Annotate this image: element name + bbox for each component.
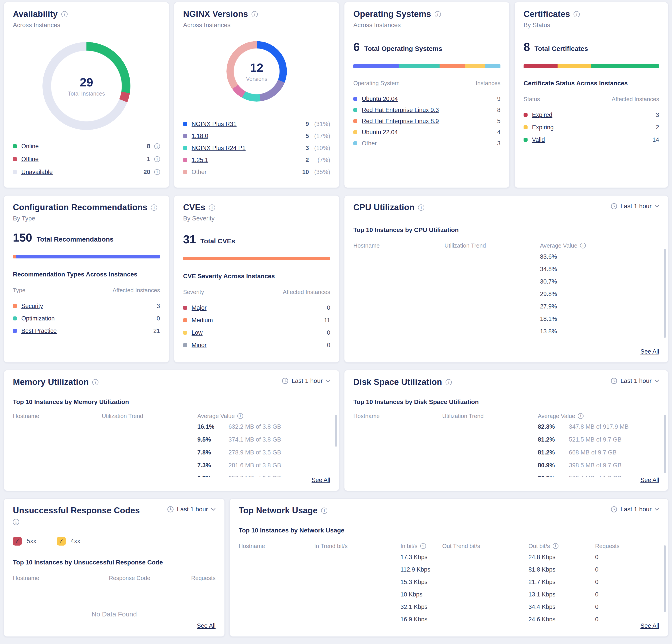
item-link[interactable]: Expired <box>532 111 552 118</box>
info-icon[interactable]: i <box>435 11 441 17</box>
time-range-dropdown[interactable]: Last 1 hour <box>282 377 330 384</box>
see-all-link[interactable]: See All <box>640 477 659 484</box>
average-size: 278.9 MB of 3.5 GB <box>228 449 330 456</box>
time-range-dropdown[interactable]: Last 1 hour <box>611 506 659 513</box>
item-link[interactable]: Red Hat Enterprise Linux 9.3 <box>362 107 439 114</box>
item-link[interactable]: Ubuntu 22.04 <box>362 129 398 136</box>
item-link[interactable]: Other <box>362 140 377 147</box>
total-value: 150 <box>13 231 32 244</box>
table-row: 80.5% 588.4 MB of 1.3 GB <box>353 472 659 477</box>
item-link[interactable]: Medium <box>192 317 213 324</box>
cpu-scrollbar[interactable] <box>664 249 666 338</box>
legend-link[interactable]: NGINX Plus R24 P1 <box>192 145 245 152</box>
legend-link[interactable]: Other <box>192 169 207 176</box>
info-icon[interactable]: i <box>420 543 426 549</box>
cve-section-title: CVE Severity Across Instances <box>183 273 330 280</box>
see-all-link[interactable]: See All <box>640 622 659 629</box>
item-swatch <box>13 329 17 333</box>
info-icon[interactable]: i <box>321 508 327 514</box>
header-average-value: Average Value <box>538 413 575 419</box>
memory-scrollbar[interactable] <box>335 415 337 447</box>
average-size: 632.2 MB of 3.8 GB <box>228 424 330 430</box>
total-label: Total Operating Systems <box>364 45 442 52</box>
item-link[interactable]: Security <box>21 303 43 310</box>
time-range-dropdown[interactable]: Last 1 hour <box>611 377 659 384</box>
see-all-link[interactable]: See All <box>197 622 216 629</box>
legend-swatch <box>183 170 187 174</box>
legend-link[interactable]: Offline <box>21 156 39 163</box>
see-all-link[interactable]: See All <box>312 477 330 484</box>
info-icon[interactable]: i <box>209 204 215 211</box>
see-all-link[interactable]: See All <box>640 348 659 355</box>
in-value: 32.1 Kbps <box>381 604 442 610</box>
memory-table-header: Hostname Utilization Trend Average Value… <box>13 412 330 420</box>
table-row: 81.2% 521.5 MB of 9.7 GB <box>353 433 659 446</box>
info-icon[interactable]: i <box>578 413 584 419</box>
checkbox[interactable]: ✓ <box>13 537 22 546</box>
info-icon[interactable]: i <box>237 413 243 419</box>
info-icon[interactable]: i <box>574 11 580 17</box>
header-out-trend: Out Trend bit/s <box>442 542 509 550</box>
out-value: 24.6 Kbps <box>509 616 570 621</box>
legend-percent: (31%) <box>309 121 330 128</box>
checkbox[interactable]: ✓ <box>57 537 66 546</box>
clock-icon <box>167 506 174 513</box>
list-item: Minor 0 <box>183 342 330 348</box>
info-icon[interactable]: i <box>61 11 68 17</box>
legend-percent: (35%) <box>309 169 330 176</box>
legend-link[interactable]: 1.25.1 <box>192 157 208 164</box>
item-link[interactable]: Red Hat Enterprise Linux 8.9 <box>362 118 439 125</box>
info-icon[interactable]: i <box>154 143 160 149</box>
item-link[interactable]: Minor <box>192 342 207 349</box>
average-value: 83.6% <box>540 253 659 260</box>
network-scrollbar[interactable] <box>664 545 666 612</box>
item-link[interactable]: Expiring <box>532 124 554 131</box>
cve-total: 31 Total CVEs <box>183 232 330 246</box>
bar-segment <box>399 64 440 68</box>
response-code-filter[interactable]: ✓ 5xx <box>13 537 36 546</box>
time-range-dropdown[interactable]: Last 1 hour <box>167 506 216 513</box>
info-icon[interactable]: i <box>13 519 19 525</box>
info-icon[interactable]: i <box>580 243 586 249</box>
item-link[interactable]: Optimization <box>21 315 55 322</box>
rec-columns-header: Type Affected Instances <box>13 287 160 294</box>
info-icon[interactable]: i <box>154 169 160 175</box>
info-icon[interactable]: i <box>154 156 160 162</box>
info-icon[interactable]: i <box>92 379 98 385</box>
time-range-dropdown[interactable]: Last 1 hour <box>611 203 659 210</box>
item-link[interactable]: Ubuntu 20.04 <box>362 96 398 103</box>
card-title: Memory Utilization <box>13 377 89 387</box>
legend-link[interactable]: Unavailable <box>21 169 53 176</box>
item-link[interactable]: Best Practice <box>21 327 57 334</box>
item-link[interactable]: Valid <box>532 136 545 143</box>
item-link[interactable]: Low <box>192 329 203 336</box>
info-icon[interactable]: i <box>553 543 559 549</box>
card-title: Disk Space Utilization <box>353 377 442 387</box>
legend-item: Unavailable 20 i <box>13 168 160 176</box>
info-icon[interactable]: i <box>446 379 452 385</box>
column-value: Affected Instances <box>113 287 160 294</box>
legend-link[interactable]: 1.18.0 <box>192 133 208 140</box>
legend-swatch <box>13 170 17 174</box>
info-icon[interactable]: i <box>151 204 157 211</box>
info-icon[interactable]: i <box>418 204 424 211</box>
list-item: Best Practice 21 <box>13 327 160 334</box>
table-row: 18.1% <box>353 313 659 325</box>
legend-item: Online 8 i <box>13 142 160 150</box>
os-columns-header: Operating System Instances <box>353 80 501 87</box>
cert-section-title: Certificate Status Across Instances <box>524 80 659 87</box>
header-trend: Utilization Trend <box>102 413 197 419</box>
requests-value: 0 <box>570 616 659 621</box>
item-link[interactable]: Major <box>192 305 207 311</box>
legend-link[interactable]: Online <box>21 143 39 150</box>
cert-columns-header: Status Affected Instances <box>524 96 659 103</box>
legend-link[interactable]: NGINX Plus R31 <box>192 121 237 128</box>
donut-caption: Versions <box>246 76 267 82</box>
donut-center: 12 Versions <box>226 41 287 102</box>
item-value: 14 <box>652 136 659 143</box>
response-code-filter[interactable]: ✓ 4xx <box>57 537 81 546</box>
column-value: Affected Instances <box>283 289 330 296</box>
network-table-header: Hostname In Trend bit/s In bit/si Out Tr… <box>239 541 659 551</box>
info-icon[interactable]: i <box>252 11 258 17</box>
disk-scrollbar[interactable] <box>664 415 666 473</box>
